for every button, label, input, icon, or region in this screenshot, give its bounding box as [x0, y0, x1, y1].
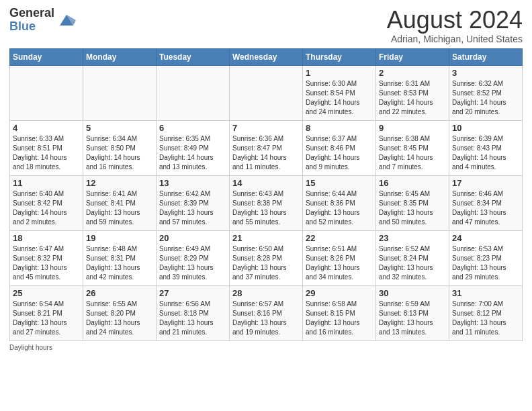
page-container: General Blue August 2024 Adrian, Michiga…	[0, 0, 532, 357]
calendar-cell: 16Sunrise: 6:45 AM Sunset: 8:35 PM Dayli…	[376, 175, 449, 230]
calendar-cell: 15Sunrise: 6:44 AM Sunset: 8:36 PM Dayli…	[303, 175, 376, 230]
day-info: Sunrise: 6:49 AM Sunset: 8:29 PM Dayligh…	[159, 244, 226, 282]
calendar-cell: 21Sunrise: 6:50 AM Sunset: 8:28 PM Dayli…	[230, 230, 303, 285]
calendar-cell: 3Sunrise: 6:32 AM Sunset: 8:52 PM Daylig…	[449, 65, 523, 120]
calendar-cell: 14Sunrise: 6:43 AM Sunset: 8:38 PM Dayli…	[230, 175, 303, 230]
calendar-cell: 26Sunrise: 6:55 AM Sunset: 8:20 PM Dayli…	[83, 285, 157, 340]
day-number: 21	[232, 233, 300, 243]
calendar-week-row: 4Sunrise: 6:33 AM Sunset: 8:51 PM Daylig…	[10, 120, 523, 175]
footer: Daylight hours	[9, 344, 523, 351]
day-number: 25	[13, 288, 80, 298]
day-info: Sunrise: 6:51 AM Sunset: 8:26 PM Dayligh…	[306, 244, 373, 282]
day-number: 15	[306, 178, 373, 188]
day-info: Sunrise: 6:43 AM Sunset: 8:38 PM Dayligh…	[232, 189, 300, 227]
title-block: August 2024 Adrian, Michigan, United Sta…	[387, 7, 523, 44]
day-info: Sunrise: 6:45 AM Sunset: 8:35 PM Dayligh…	[379, 189, 446, 227]
calendar-table: SundayMondayTuesdayWednesdayThursdayFrid…	[9, 48, 523, 341]
day-info: Sunrise: 6:33 AM Sunset: 8:51 PM Dayligh…	[13, 134, 80, 172]
day-of-week-header: Friday	[376, 48, 449, 65]
day-number: 12	[86, 178, 153, 188]
day-of-week-header: Saturday	[449, 48, 523, 65]
logo: General Blue	[9, 7, 76, 34]
logo-blue: Blue	[9, 20, 54, 34]
day-info: Sunrise: 6:35 AM Sunset: 8:49 PM Dayligh…	[159, 134, 226, 172]
day-number: 28	[232, 288, 300, 298]
day-info: Sunrise: 6:42 AM Sunset: 8:39 PM Dayligh…	[159, 189, 226, 227]
logo-general: General	[9, 7, 54, 20]
logo-icon	[57, 11, 76, 30]
day-info: Sunrise: 6:52 AM Sunset: 8:24 PM Dayligh…	[379, 244, 446, 282]
calendar-cell: 2Sunrise: 6:31 AM Sunset: 8:53 PM Daylig…	[376, 65, 449, 120]
day-info: Sunrise: 6:56 AM Sunset: 8:18 PM Dayligh…	[159, 300, 226, 337]
day-number: 9	[379, 123, 446, 133]
day-info: Sunrise: 6:47 AM Sunset: 8:32 PM Dayligh…	[13, 244, 80, 282]
day-info: Sunrise: 6:55 AM Sunset: 8:20 PM Dayligh…	[86, 300, 153, 337]
day-info: Sunrise: 6:41 AM Sunset: 8:41 PM Dayligh…	[86, 189, 153, 227]
day-number: 8	[306, 123, 373, 133]
calendar-cell	[157, 65, 230, 120]
calendar-cell	[10, 65, 83, 120]
day-info: Sunrise: 6:46 AM Sunset: 8:34 PM Dayligh…	[452, 189, 519, 227]
calendar-cell	[83, 65, 157, 120]
calendar-cell: 30Sunrise: 6:59 AM Sunset: 8:13 PM Dayli…	[376, 285, 449, 340]
day-number: 6	[159, 123, 226, 133]
header-row: SundayMondayTuesdayWednesdayThursdayFrid…	[10, 48, 523, 65]
day-of-week-header: Tuesday	[157, 48, 230, 65]
day-info: Sunrise: 6:58 AM Sunset: 8:15 PM Dayligh…	[306, 300, 373, 337]
day-number: 31	[452, 288, 519, 298]
calendar-cell: 13Sunrise: 6:42 AM Sunset: 8:39 PM Dayli…	[157, 175, 230, 230]
day-info: Sunrise: 6:59 AM Sunset: 8:13 PM Dayligh…	[379, 300, 446, 337]
day-info: Sunrise: 6:36 AM Sunset: 8:47 PM Dayligh…	[232, 134, 300, 172]
calendar-cell: 20Sunrise: 6:49 AM Sunset: 8:29 PM Dayli…	[157, 230, 230, 285]
calendar-cell: 12Sunrise: 6:41 AM Sunset: 8:41 PM Dayli…	[83, 175, 157, 230]
day-of-week-header: Monday	[83, 48, 157, 65]
location: Adrian, Michigan, United States	[387, 34, 523, 44]
calendar-cell: 29Sunrise: 6:58 AM Sunset: 8:15 PM Dayli…	[303, 285, 376, 340]
day-info: Sunrise: 6:57 AM Sunset: 8:16 PM Dayligh…	[232, 300, 300, 337]
calendar-week-row: 11Sunrise: 6:40 AM Sunset: 8:42 PM Dayli…	[10, 175, 523, 230]
day-info: Sunrise: 6:44 AM Sunset: 8:36 PM Dayligh…	[306, 189, 373, 227]
day-number: 10	[452, 123, 519, 133]
calendar-cell: 6Sunrise: 6:35 AM Sunset: 8:49 PM Daylig…	[157, 120, 230, 175]
day-number: 29	[306, 288, 373, 298]
day-info: Sunrise: 6:38 AM Sunset: 8:45 PM Dayligh…	[379, 134, 446, 172]
day-info: Sunrise: 6:32 AM Sunset: 8:52 PM Dayligh…	[452, 79, 519, 117]
calendar-cell: 19Sunrise: 6:48 AM Sunset: 8:31 PM Dayli…	[83, 230, 157, 285]
day-info: Sunrise: 6:50 AM Sunset: 8:28 PM Dayligh…	[232, 244, 300, 282]
day-number: 24	[452, 233, 519, 243]
month-title: August 2024	[387, 7, 523, 34]
day-of-week-header: Thursday	[303, 48, 376, 65]
calendar-cell: 28Sunrise: 6:57 AM Sunset: 8:16 PM Dayli…	[230, 285, 303, 340]
calendar-cell: 22Sunrise: 6:51 AM Sunset: 8:26 PM Dayli…	[303, 230, 376, 285]
calendar-cell: 8Sunrise: 6:37 AM Sunset: 8:46 PM Daylig…	[303, 120, 376, 175]
calendar-cell: 9Sunrise: 6:38 AM Sunset: 8:45 PM Daylig…	[376, 120, 449, 175]
day-number: 13	[159, 178, 226, 188]
day-info: Sunrise: 6:34 AM Sunset: 8:50 PM Dayligh…	[86, 134, 153, 172]
day-number: 27	[159, 288, 226, 298]
calendar-week-row: 18Sunrise: 6:47 AM Sunset: 8:32 PM Dayli…	[10, 230, 523, 285]
day-number: 16	[379, 178, 446, 188]
day-info: Sunrise: 7:00 AM Sunset: 8:12 PM Dayligh…	[452, 300, 519, 337]
daylight-label: Daylight hours	[9, 344, 52, 351]
day-number: 11	[13, 178, 80, 188]
calendar-cell: 27Sunrise: 6:56 AM Sunset: 8:18 PM Dayli…	[157, 285, 230, 340]
calendar-cell: 7Sunrise: 6:36 AM Sunset: 8:47 PM Daylig…	[230, 120, 303, 175]
day-info: Sunrise: 6:53 AM Sunset: 8:23 PM Dayligh…	[452, 244, 519, 282]
day-number: 19	[86, 233, 153, 243]
day-number: 3	[452, 68, 519, 78]
day-number: 30	[379, 288, 446, 298]
header: General Blue August 2024 Adrian, Michiga…	[9, 7, 523, 44]
day-number: 4	[13, 123, 80, 133]
calendar-cell	[230, 65, 303, 120]
calendar-week-row: 1Sunrise: 6:30 AM Sunset: 8:54 PM Daylig…	[10, 65, 523, 120]
day-info: Sunrise: 6:30 AM Sunset: 8:54 PM Dayligh…	[306, 79, 373, 117]
day-number: 23	[379, 233, 446, 243]
day-number: 1	[306, 68, 373, 78]
day-info: Sunrise: 6:54 AM Sunset: 8:21 PM Dayligh…	[13, 300, 80, 337]
calendar-cell: 31Sunrise: 7:00 AM Sunset: 8:12 PM Dayli…	[449, 285, 523, 340]
day-number: 18	[13, 233, 80, 243]
day-number: 22	[306, 233, 373, 243]
calendar-cell: 1Sunrise: 6:30 AM Sunset: 8:54 PM Daylig…	[303, 65, 376, 120]
day-number: 17	[452, 178, 519, 188]
day-number: 7	[232, 123, 300, 133]
